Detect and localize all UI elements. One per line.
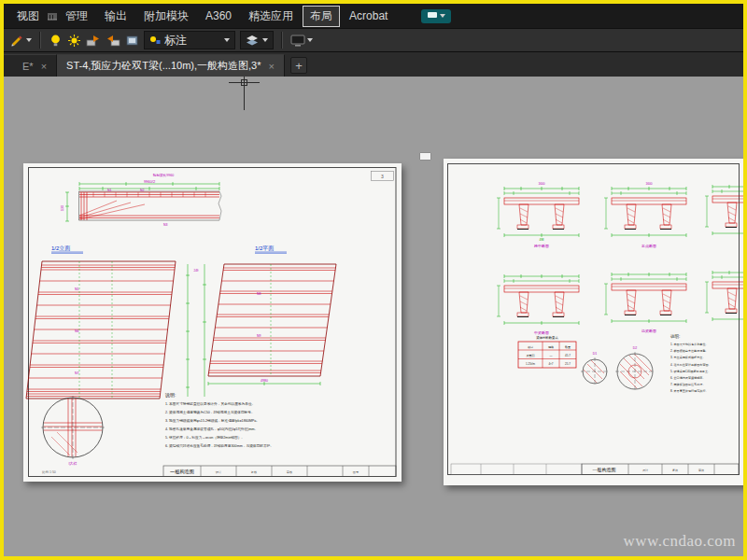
note-line: 5. 张拉程序：0→初应力→σcon（持荷2min锚固）。: [165, 435, 245, 440]
layer-select-value: 标注: [164, 33, 187, 49]
title-underline: [51, 252, 83, 253]
note-line: 6. 企口缝内设置接缝钢筋。: [670, 376, 705, 380]
ribbon-collapse-button[interactable]: [421, 9, 451, 23]
toolbar-divider: [281, 32, 283, 49]
chevron-down-icon: [307, 38, 313, 42]
menu-addins[interactable]: 附加模块: [136, 6, 196, 27]
title-block: 比例 1:50 一般构造图 设计 复核 审核 图号: [42, 466, 396, 477]
pencil-icon: [9, 33, 24, 48]
quantity-table: 梁体材料数量表 项目 规格 数量 梁重(t) — 45.7 1.25t/m 4×…: [518, 335, 576, 368]
lightbulb-icon: [49, 34, 63, 48]
title-field: 审核: [698, 469, 704, 472]
new-tab-button[interactable]: +: [290, 57, 307, 74]
draw-tool-button[interactable]: [9, 33, 32, 48]
close-icon[interactable]: ×: [41, 61, 47, 72]
notes-heading: 说明:: [164, 392, 176, 399]
file-tab-active[interactable]: ST-4,预应力砼双T梁(...10m),一般构造图,3* ×: [57, 54, 285, 77]
table-cell: 梁重(t): [527, 354, 535, 357]
menu-featured-apps[interactable]: 精选应用: [241, 6, 301, 27]
view-title-elevation: 1/2立面: [51, 245, 70, 252]
view-title-plan: 1/2平面: [255, 245, 274, 252]
table-cell: 1.25t/m: [526, 362, 536, 366]
table-title: 梁体材料数量表: [536, 335, 558, 340]
section-label: 跨中断面: [534, 244, 549, 248]
close-icon[interactable]: ×: [268, 61, 274, 72]
file-tab-previous[interactable]: E* ×: [4, 54, 57, 77]
menu-acrobat[interactable]: Acrobat: [342, 7, 395, 25]
layer-status-icon: [149, 35, 161, 46]
chevron-down-icon: [440, 14, 445, 18]
layer-match-icon: [106, 34, 120, 48]
menu-view[interactable]: 视图: [9, 6, 47, 27]
right-sheet-drawing: 1600 1600 498 跨中断面 支点断面 中梁断面 边梁断面 梁体材料数量…: [444, 159, 743, 485]
beam-plan-view-a: N5 N6 N7: [23, 261, 182, 399]
title-field: 设计: [216, 470, 222, 474]
left-sheet-drawing: 3 预制梁长9960 9960/2 130 N1 N2: [23, 163, 402, 482]
table-cell: 25.7: [565, 362, 571, 366]
note-line: 7. 翼缘板顶面应拉毛处理。: [670, 383, 705, 386]
title-field: 审核: [287, 470, 293, 474]
detail-label: D2: [633, 346, 638, 350]
section-dim-text: 498: [539, 238, 543, 242]
drawing-title: 一般构造图: [593, 467, 616, 473]
scale-note: 比例 1:50: [42, 470, 56, 474]
rebar-label: N7: [75, 371, 79, 375]
chevron-down-icon: [26, 38, 32, 42]
elevation-top-note: 预制梁长9960: [153, 173, 174, 177]
table-header: 规格: [548, 345, 554, 349]
notes-block: 说明: 1. 本图尺寸均以毫米为单位。 2. 桥面横坡由支座垫石调整。 3. 支…: [670, 334, 712, 393]
note-line: 2. 桥面横坡由支座垫石调整。: [670, 349, 709, 353]
menu-output[interactable]: 输出: [97, 6, 134, 27]
plan-dimension-chain: 249: [186, 264, 206, 397]
title-block: 一般构造图 设计 复核 审核: [451, 464, 739, 475]
beam-elevation-view: 9960/2 130 N1 N2 N3: [61, 179, 221, 228]
crosshair-pickbox: [241, 79, 247, 86]
menu-manage[interactable]: 管理: [58, 6, 95, 27]
chevron-down-icon: [224, 38, 230, 42]
sheet-frame: [448, 164, 740, 475]
layer-on-button[interactable]: [49, 34, 63, 48]
detail-circle-view: Ⅰ大样: [41, 396, 105, 466]
note-line: 4. 泄水孔位置详见桥面布置图。: [670, 363, 712, 367]
viewport-control[interactable]: [419, 152, 431, 161]
detail-circle-1: D1: [581, 352, 609, 385]
autocad-window: 视图 管理 输出 附加模块 A360 精选应用 布局 Acrobat: [0, 0, 747, 560]
rebar-label: N2: [140, 189, 145, 192]
title-field: 设计: [642, 469, 648, 472]
rebar-label: N9: [257, 334, 261, 338]
menu-bar: 视图 管理 输出 附加模块 A360 精选应用 布局 Acrobat: [4, 4, 743, 28]
drawing-canvas[interactable]: 3 预制梁长9960 9960/2 130 N1 N2: [4, 77, 743, 556]
detail-circle-2: D2: [615, 346, 655, 391]
note-line: 1. 本图尺寸均以毫米为单位。: [670, 343, 709, 346]
layer-thaw-button[interactable]: [67, 34, 81, 48]
monitor-icon: [290, 34, 305, 48]
layer-properties-dropdown[interactable]: [240, 31, 274, 49]
file-tab-bar: E* × ST-4,预应力砼双T梁(...10m),一般构造图,3* × +: [4, 52, 743, 77]
panel-icon: [428, 12, 437, 20]
chain-dim-text: 249: [193, 269, 198, 273]
drawing-sheet-right: 1600 1600 498 跨中断面 支点断面 中梁断面 边梁断面 梁体材料数量…: [444, 159, 743, 485]
notes-heading: 说明:: [670, 334, 680, 339]
layers-box-icon: [125, 34, 139, 48]
detail-label: D1: [593, 352, 598, 356]
layer-select-dropdown[interactable]: 标注: [144, 31, 235, 49]
section-label: 支点断面: [641, 244, 656, 248]
display-settings-button[interactable]: [290, 34, 313, 48]
section-dim-text: 1600: [645, 182, 652, 186]
drawing-title: 一般构造图: [170, 469, 194, 475]
menu-layout[interactable]: 布局: [303, 6, 340, 27]
title-field: 复核: [672, 469, 678, 472]
title-field: 图号: [353, 470, 359, 474]
cross-sections: 1600 1600 498 跨中断面 支点断面 中梁断面 边梁断面: [497, 182, 743, 336]
chevron-down-icon: [262, 38, 268, 42]
plan-dim-text: 4980: [261, 379, 268, 383]
detail-label: Ⅰ大样: [68, 461, 77, 466]
section-dim-text: 1600: [538, 182, 544, 186]
layer-previous-button[interactable]: [125, 34, 139, 48]
menu-a360[interactable]: A360: [198, 7, 239, 25]
isolate-layer-button[interactable]: [86, 34, 101, 48]
note-line: 6. 梁端锚穴封堵前应凿毛处理，封锚砼厚度300mm，与梁体同时养护。: [165, 443, 274, 448]
layers-stack-icon: [246, 35, 259, 47]
note-line: 3. 预应力钢绞线采用φs15.2钢绞线，标准强度fpk=1860MPa。: [165, 418, 260, 423]
match-layer-button[interactable]: [106, 34, 120, 48]
